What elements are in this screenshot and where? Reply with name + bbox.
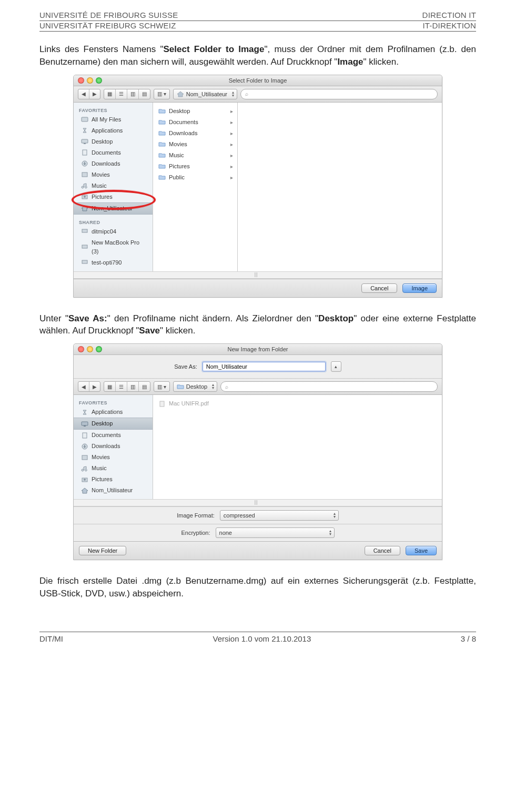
svg-rect-2 xyxy=(84,143,86,144)
home-icon xyxy=(177,91,184,97)
chevron-right-icon: ▸ xyxy=(230,118,233,127)
sidebar-item-pictures[interactable]: Pictures xyxy=(74,191,153,202)
sidebar-item-applications[interactable]: Applications xyxy=(74,125,153,136)
search-input[interactable]: ⌕ xyxy=(240,89,438,99)
titlebar[interactable]: Select Folder to Image xyxy=(74,75,442,86)
sidebar-item-pictures[interactable]: Pictures xyxy=(74,474,153,485)
encryption-select[interactable]: none▴▾ xyxy=(216,527,335,538)
allfiles-icon xyxy=(81,116,88,123)
sidebar-item-desktop[interactable]: Desktop xyxy=(74,418,153,430)
minimize-icon[interactable] xyxy=(87,77,93,84)
folder-icon xyxy=(177,383,184,390)
folder-music[interactable]: Music▸ xyxy=(153,150,237,161)
header-right-fr: DIRECTION IT xyxy=(422,11,476,19)
path-popup[interactable]: Desktop ▴▾ xyxy=(173,381,217,392)
search-input[interactable]: ⌕ xyxy=(220,381,438,392)
nav-back-forward[interactable]: ◀▶ xyxy=(78,381,100,392)
save-button[interactable]: Save xyxy=(406,546,437,555)
folder-downloads[interactable]: Downloads▸ xyxy=(153,128,237,139)
file-column: Mac UNIFR.pdf xyxy=(153,395,442,499)
search-icon: ⌕ xyxy=(245,91,248,97)
folder-icon xyxy=(158,152,166,158)
sidebar-shared-2[interactable]: test-opti790 xyxy=(74,257,153,268)
save-as-input[interactable] xyxy=(203,362,326,371)
apps-icon xyxy=(81,127,88,134)
sidebar-item-movies[interactable]: Movies xyxy=(74,452,153,463)
chevron-right-icon: ▸ xyxy=(230,129,233,138)
resize-grip[interactable]: || xyxy=(74,271,442,279)
apps-icon xyxy=(81,409,88,415)
home-icon xyxy=(81,488,88,494)
image-button[interactable]: Image xyxy=(402,283,437,293)
zoom-icon[interactable] xyxy=(96,77,102,84)
minimize-icon[interactable] xyxy=(87,346,93,352)
pdf-icon xyxy=(158,401,166,407)
encryption-label: Encryption: xyxy=(181,530,210,536)
footer-center: Version 1.0 vom 21.10.2013 xyxy=(213,634,311,643)
close-icon[interactable] xyxy=(78,77,84,84)
svg-rect-9 xyxy=(82,245,87,248)
chevron-right-icon: ▸ xyxy=(230,107,233,116)
desktop-icon xyxy=(81,421,88,427)
arrange-button[interactable]: ▥ ▾ xyxy=(154,381,170,392)
page-header: UNIVERSITÉ DE FRIBOURG SUISSE DIRECTION … xyxy=(39,11,476,32)
sidebar-item-music[interactable]: Music xyxy=(74,463,153,474)
sidebar-shared-0[interactable]: ditmipc04 xyxy=(74,226,153,237)
folder-column: Desktop▸ Documents▸ Downloads▸ Movies▸ M… xyxy=(153,103,238,271)
folder-icon xyxy=(158,108,166,114)
window-new-image: New Image from Folder Save As: ▴ ◀▶ ▦☰▥▤… xyxy=(73,343,442,560)
paragraph-3: Die frisch erstelle Datei .dmg (z.b Benu… xyxy=(39,575,476,600)
sidebar-item-applications[interactable]: Applications xyxy=(74,407,153,418)
resize-grip[interactable]: || xyxy=(74,499,442,506)
folder-documents[interactable]: Documents▸ xyxy=(153,117,237,128)
chevron-right-icon: ▸ xyxy=(230,151,233,160)
sidebar-item-downloads[interactable]: Downloads xyxy=(74,158,153,169)
svg-rect-0 xyxy=(82,117,88,121)
sidebar-item-movies[interactable]: Movies xyxy=(74,169,153,180)
view-switcher[interactable]: ▦☰▥▤ xyxy=(104,381,150,392)
file-item[interactable]: Mac UNIFR.pdf xyxy=(153,398,442,409)
view-switcher[interactable]: ▦☰▥▤ xyxy=(104,89,150,99)
disclosure-button[interactable]: ▴ xyxy=(331,361,341,372)
new-folder-button[interactable]: New Folder xyxy=(79,546,126,555)
documents-icon xyxy=(81,432,88,439)
sidebar-item-documents[interactable]: Documents xyxy=(74,147,153,158)
save-as-row: Save As: ▴ xyxy=(74,355,442,379)
folder-desktop[interactable]: Desktop▸ xyxy=(153,106,237,117)
footer-right: 3 / 8 xyxy=(461,634,476,643)
folder-public[interactable]: Public▸ xyxy=(153,172,237,183)
sidebar-item-nom-utilisateur[interactable]: Nom_Utilisateur xyxy=(74,202,153,215)
computer-icon xyxy=(81,259,88,266)
preview-column xyxy=(238,103,442,271)
nav-back-forward[interactable]: ◀▶ xyxy=(78,89,100,99)
music-icon xyxy=(81,182,88,189)
music-icon xyxy=(81,465,88,472)
sidebar-item-downloads[interactable]: Downloads xyxy=(74,441,153,452)
computer-icon xyxy=(81,228,88,235)
zoom-icon[interactable] xyxy=(96,346,102,352)
folder-icon xyxy=(158,119,166,125)
cancel-button[interactable]: Cancel xyxy=(365,546,400,555)
folder-pictures[interactable]: Pictures▸ xyxy=(153,161,237,172)
sidebar-item-nom-utilisateur[interactable]: Nom_Utilisateur xyxy=(74,485,153,496)
format-label: Image Format: xyxy=(177,512,215,519)
path-popup[interactable]: Nom_Utilisateur ▴▾ xyxy=(173,89,237,99)
stepper-arrows-icon: ▴▾ xyxy=(334,512,336,519)
sidebar-shared-1[interactable]: New MacBook Pro (3) xyxy=(74,237,153,257)
cancel-button[interactable]: Cancel xyxy=(361,283,397,293)
svg-rect-1 xyxy=(82,139,88,143)
paragraph-2: Unter "Save As:" den Profilname nicht än… xyxy=(39,312,476,338)
close-icon[interactable] xyxy=(78,346,84,352)
sidebar-item-allmyfiles[interactable]: All My Files xyxy=(74,114,153,125)
folder-movies[interactable]: Movies▸ xyxy=(153,139,237,150)
window-title: Select Folder to Image xyxy=(229,77,287,84)
sidebar-item-music[interactable]: Music xyxy=(74,180,153,191)
sidebar-item-desktop[interactable]: Desktop xyxy=(74,136,153,147)
sidebar-item-documents[interactable]: Documents xyxy=(74,430,153,441)
format-select[interactable]: compressed▴▾ xyxy=(220,510,339,521)
svg-rect-3 xyxy=(83,150,87,155)
titlebar[interactable]: New Image from Folder xyxy=(74,344,442,355)
pictures-icon xyxy=(81,194,88,200)
paragraph-1: Links des Fensters Namens "Select Folder… xyxy=(39,43,476,68)
arrange-button[interactable]: ▥ ▾ xyxy=(154,89,170,99)
